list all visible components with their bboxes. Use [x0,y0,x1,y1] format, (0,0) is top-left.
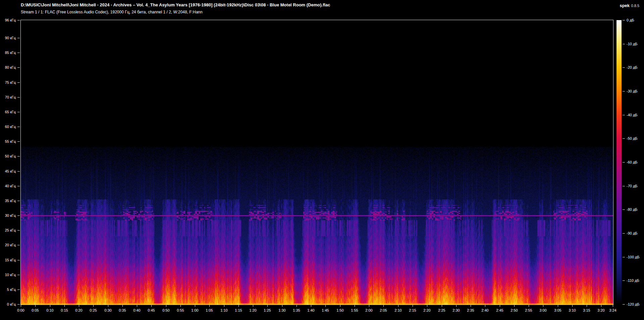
time-tick-label: 2:15 [405,308,420,313]
time-tick [93,305,94,307]
time-tick [209,305,210,307]
db-tick-label: -10 дБ [627,42,638,46]
db-tick [623,233,625,234]
time-tick [601,305,601,307]
db-tick-label: -70 дБ [627,184,638,188]
freq-tick-label: 25 кГц [0,228,16,233]
time-tick [456,305,457,307]
time-tick [325,305,326,307]
time-tick [267,305,268,307]
time-tick [369,305,369,307]
time-tick [195,305,195,307]
db-tick [623,44,625,44]
time-tick [613,305,613,307]
freq-tick-label: 45 кГц [0,169,16,174]
freq-tick-label: 35 кГц [0,198,16,203]
app-brand: spek 0.8.5 [620,2,639,8]
time-tick [413,305,413,307]
freq-tick [17,171,20,172]
freq-tick-label: 75 кГц [0,80,16,85]
time-tick [122,305,123,307]
freq-tick [17,290,20,290]
freq-tick [17,112,20,112]
time-tick [471,305,471,307]
time-tick-label: 2:20 [420,308,434,313]
time-tick [427,305,427,307]
freq-tick [17,186,20,186]
stream-info: Stream 1 / 1: FLAC (Free Lossless Audio … [21,10,203,14]
db-tick [623,115,625,115]
time-tick-label: 0:15 [57,308,72,313]
time-tick-label: 2:00 [362,308,376,313]
time-tick-label: 3:24 [605,308,620,313]
db-tick [623,209,625,210]
freq-tick [17,82,20,83]
time-tick [224,305,224,307]
time-tick-label: 2:55 [521,308,536,313]
time-tick-label: 2:30 [449,308,464,313]
app-version: 0.8.5 [631,4,639,8]
db-tick-label: -40 дБ [627,113,638,117]
time-tick [311,305,311,307]
time-tick [21,305,21,307]
db-tick-label: -30 дБ [627,89,638,93]
time-tick-label: 2:50 [507,308,522,313]
db-tick [623,304,625,305]
db-tick [623,186,625,186]
time-tick-label: 2:25 [434,308,449,313]
freq-tick [17,67,20,68]
time-tick-label: 2:10 [391,308,406,313]
time-tick-label: 0:25 [86,308,101,313]
time-tick-label: 0:55 [173,308,188,313]
db-tick [623,91,625,91]
time-tick [500,305,500,307]
time-tick [442,305,442,307]
freq-tick-label: 0 кГц [0,302,16,307]
freq-tick [17,245,20,245]
freq-tick-label: 65 кГц [0,110,16,114]
freq-tick [17,156,20,156]
freq-tick [17,141,20,142]
time-tick-label: 1:45 [318,308,333,313]
db-tick-label: -90 дБ [627,231,638,236]
freq-tick-label: 96 кГц [0,18,16,22]
time-tick-label: 0:45 [144,308,159,313]
time-tick [355,305,355,307]
time-tick-label: 1:10 [217,308,231,313]
time-tick [253,305,253,307]
freq-tick-label: 50 кГц [0,154,16,158]
time-tick-label: 0:20 [71,308,86,313]
app-name: spek [620,3,630,8]
freq-tick-label: 20 кГц [0,243,16,247]
time-tick [166,305,166,307]
time-tick [151,305,152,307]
time-tick [108,305,108,307]
freq-tick [17,38,20,38]
time-tick [340,305,340,307]
time-tick-label: 0:35 [115,308,130,313]
time-tick-label: 1:25 [260,308,275,313]
spectrogram-canvas [21,20,613,305]
time-tick [587,305,587,307]
db-tick-label: -120 дБ [627,302,640,307]
freq-tick-label: 15 кГц [0,258,16,262]
time-tick [383,305,384,307]
time-tick [238,305,239,307]
db-tick-label: -50 дБ [627,136,638,141]
time-tick-label: 0:40 [129,308,144,313]
time-tick-label: 3:05 [550,308,565,313]
time-tick-label: 3:00 [536,308,550,313]
freq-tick [17,127,20,127]
time-tick [137,305,137,307]
freq-tick [17,215,20,216]
freq-tick-label: 55 кГц [0,139,16,144]
freq-tick-label: 70 кГц [0,95,16,100]
time-tick-label: 1:00 [187,308,202,313]
time-tick-label: 2:45 [492,308,507,313]
freq-tick-label: 60 кГц [0,124,16,129]
time-tick [282,305,282,307]
freq-tick [17,201,20,201]
spek-window: { "app": { "name": "spek", "version": "0… [0,0,644,320]
time-tick-label: 3:10 [565,308,580,313]
time-tick-label: 1:20 [246,308,260,313]
